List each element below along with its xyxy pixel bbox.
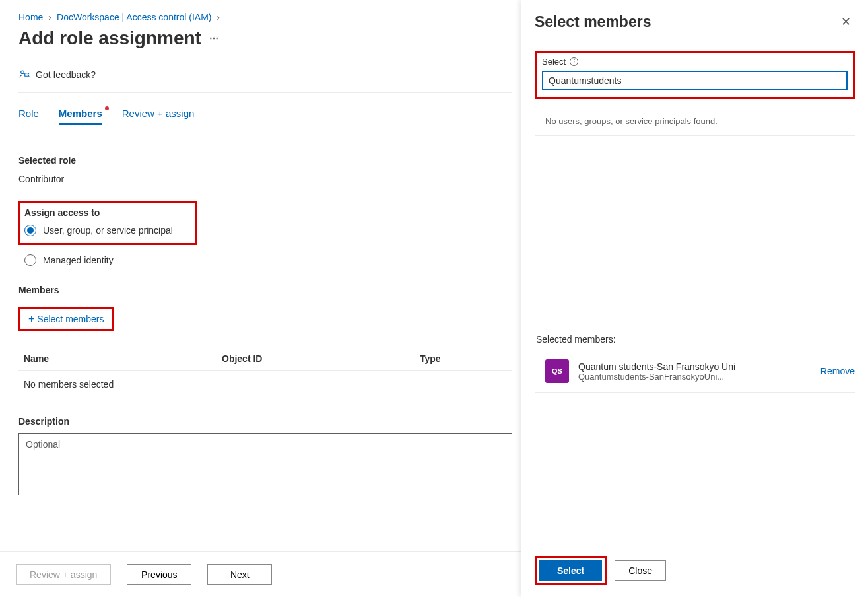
highlight-assign-access: Assign access to User, group, or service… — [18, 201, 197, 245]
radio-checked-icon — [24, 225, 36, 236]
plus-icon: + — [28, 313, 34, 325]
radio-managed-label: Managed identity — [43, 255, 114, 265]
col-type: Type — [420, 353, 512, 364]
selected-member-item: QS Quantum students-San Fransokyo Uni Qu… — [535, 355, 855, 393]
chevron-right-icon: › — [48, 12, 51, 22]
description-label: Description — [18, 416, 512, 427]
svg-point-0 — [21, 71, 24, 74]
search-input[interactable] — [542, 71, 848, 90]
assign-access-label: Assign access to — [24, 207, 173, 218]
avatar: QS — [545, 359, 569, 383]
remove-link[interactable]: Remove — [820, 366, 855, 376]
indicator-dot-icon — [105, 106, 109, 110]
tab-role[interactable]: Role — [18, 108, 39, 125]
close-button[interactable]: Close — [615, 560, 666, 581]
member-name: Quantum students-San Fransokyo Uni — [578, 361, 806, 372]
radio-user-group-sp[interactable]: User, group, or service principal — [24, 225, 173, 236]
tab-review-assign[interactable]: Review + assign — [122, 108, 195, 125]
bottom-bar: Review + assign Previous Next — [0, 551, 521, 597]
members-label: Members — [18, 285, 512, 295]
breadcrumb: Home › DocWorkspace | Access control (IA… — [18, 12, 512, 22]
info-icon[interactable]: i — [570, 57, 578, 66]
tab-members[interactable]: Members — [59, 108, 102, 125]
breadcrumb-home[interactable]: Home — [18, 12, 43, 22]
panel-title: Select members — [535, 13, 651, 31]
select-button[interactable]: Select — [539, 560, 602, 581]
previous-button[interactable]: Previous — [127, 564, 191, 585]
highlight-select-members: + Select members — [18, 307, 114, 331]
selected-members-label: Selected members: — [535, 334, 855, 345]
col-name: Name — [24, 353, 222, 364]
description-textarea[interactable]: Optional — [18, 433, 512, 495]
review-assign-button[interactable]: Review + assign — [16, 564, 111, 585]
tab-members-label: Members — [59, 108, 102, 119]
close-icon[interactable]: ✕ — [837, 13, 855, 30]
col-object-id: Object ID — [222, 353, 420, 364]
page-title: Add role assignment — [18, 28, 201, 49]
highlight-select-input: Select i — [535, 51, 855, 99]
members-table-header: Name Object ID Type — [18, 347, 512, 371]
panel-footer: Select Close — [521, 544, 868, 597]
no-results-text: No users, groups, or service principals … — [535, 112, 855, 136]
feedback-label: Got feedback? — [36, 69, 96, 80]
next-button[interactable]: Next — [207, 564, 272, 585]
feedback-link[interactable]: Got feedback? — [18, 69, 512, 93]
select-members-link[interactable]: + Select members — [28, 313, 104, 325]
member-subtext: Quantumstudents-SanFransokyoUni... — [578, 372, 763, 382]
radio-user-label: User, group, or service principal — [43, 225, 173, 236]
select-label: Select — [542, 57, 566, 67]
tabs: Role Members Review + assign — [18, 108, 512, 125]
more-menu-icon[interactable]: ⋯ — [209, 33, 220, 44]
selected-role-label: Selected role — [18, 155, 512, 166]
radio-unchecked-icon — [24, 254, 36, 266]
radio-managed-identity[interactable]: Managed identity — [24, 254, 512, 266]
highlight-select-button: Select — [535, 556, 607, 585]
feedback-icon — [18, 69, 30, 81]
select-members-panel: Select members ✕ Select i No users, grou… — [521, 0, 868, 597]
members-table-empty: No members selected — [18, 371, 512, 398]
chevron-right-icon: › — [217, 12, 220, 22]
breadcrumb-workspace[interactable]: DocWorkspace | Access control (IAM) — [57, 12, 211, 22]
selected-role-value: Contributor — [18, 174, 512, 184]
select-members-link-label: Select members — [37, 314, 104, 324]
